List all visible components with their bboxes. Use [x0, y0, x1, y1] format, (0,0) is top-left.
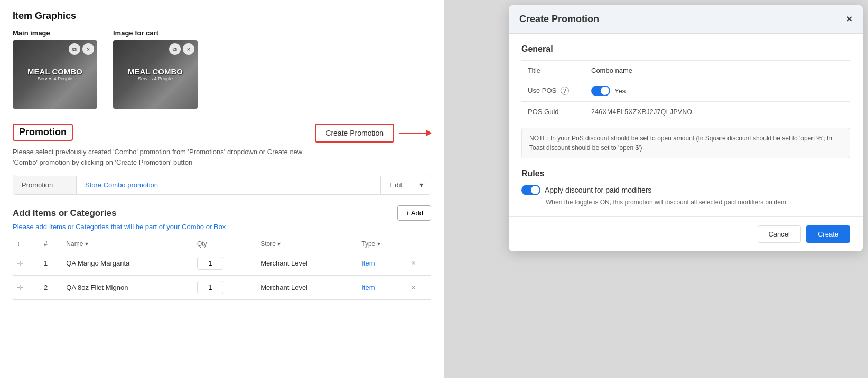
- remove-image-btn-1[interactable]: ×: [82, 43, 94, 55]
- modal-title: Create Promotion: [519, 14, 599, 25]
- row-store-2: Merchant Level: [256, 276, 357, 300]
- pos-guid-row: POS Guid 246XM4EL5XZXRJ2J7QLJPVNO: [521, 102, 850, 121]
- add-items-title: Add Items or Categories: [13, 208, 117, 219]
- arrow-right-icon: [399, 133, 431, 134]
- remove-row-1[interactable]: ×: [411, 259, 416, 268]
- pos-note: NOTE: In your PoS discount should be set…: [521, 128, 850, 158]
- modal-body: General Title Use POS ?: [509, 34, 863, 216]
- cancel-button[interactable]: Cancel: [758, 225, 801, 243]
- meal-combo-sub-1: Serves 4 People: [38, 76, 72, 81]
- use-pos-value-cell: Yes: [585, 80, 850, 102]
- title-row: Title: [521, 61, 850, 80]
- col-name: Name ▾: [62, 237, 193, 251]
- remove-image-btn-2[interactable]: ×: [183, 43, 194, 55]
- row-type-2: Item: [361, 284, 375, 291]
- use-pos-label: Use POS ?: [521, 80, 585, 102]
- col-drag: ↕: [13, 237, 40, 251]
- meal-combo-sub-2: Serves 4 People: [138, 76, 173, 81]
- drag-handle-1[interactable]: ✛: [17, 259, 23, 268]
- add-items-button[interactable]: + Add: [397, 205, 431, 221]
- copy-image-btn-1[interactable]: ⧉: [69, 43, 80, 55]
- create-promotion-modal: Create Promotion × General Title Use POS…: [509, 5, 863, 251]
- main-image-label: Main image: [13, 29, 97, 37]
- pos-guid-value-cell: 246XM4EL5XZXRJ2J7QLJPVNO: [585, 102, 850, 121]
- promotion-row-value: Store Combo promotion: [77, 176, 380, 194]
- col-store: Store ▾: [256, 237, 357, 251]
- table-row: ✛ 2 QA 8oz Filet Mignon Merchant Level I…: [13, 276, 431, 300]
- meal-combo-text-1: MEAL COMBO: [27, 68, 82, 77]
- remove-row-2[interactable]: ×: [411, 283, 416, 292]
- modal-overlay: Create Promotion × General Title Use POS…: [444, 0, 868, 378]
- use-pos-row: Use POS ? Yes: [521, 80, 850, 102]
- qty-input-2[interactable]: [197, 281, 223, 294]
- section-title: Item Graphics: [13, 11, 431, 22]
- table-row: ✛ 1 QA Mango Margarita Merchant Level It…: [13, 251, 431, 276]
- cart-image-thumb: MEAL COMBO Serves 4 People ⧉ ×: [113, 40, 198, 109]
- title-input[interactable]: [591, 67, 844, 74]
- row-type-1: Item: [361, 259, 375, 267]
- create-button[interactable]: Create: [806, 225, 850, 243]
- items-table: ↕ # Name ▾ Qty Store ▾ Type ▾ ✛ 1 QA Man…: [13, 237, 431, 300]
- promotion-row: Promotion Store Combo promotion Edit ▾: [13, 175, 431, 195]
- copy-image-btn-2[interactable]: ⧉: [169, 43, 181, 55]
- promotion-title: Promotion: [13, 124, 73, 141]
- add-items-description: Please add Items or Categories that will…: [13, 223, 431, 231]
- col-qty: Qty: [193, 237, 256, 251]
- create-promotion-button[interactable]: Create Promotion: [315, 124, 394, 143]
- rules-section: Rules Apply discount for paid modifiers …: [521, 169, 850, 206]
- row-name-1: QA Mango Margarita: [62, 251, 193, 276]
- rules-title: Rules: [521, 169, 850, 178]
- main-image-thumb: MEAL COMBO Serves 4 People ⧉ ×: [13, 40, 97, 109]
- modal-header: Create Promotion ×: [509, 5, 863, 34]
- apply-discount-toggle[interactable]: [521, 185, 540, 195]
- toggle-knob: [601, 87, 609, 95]
- pos-guid-label: POS Guid: [521, 102, 585, 121]
- pos-guid-value: 246XM4EL5XZXRJ2J7QLJPVNO: [591, 108, 692, 116]
- use-pos-toggle[interactable]: [591, 86, 610, 96]
- apply-discount-description: When the toggle is ON, this promotion wi…: [546, 199, 850, 206]
- row-num-1: 1: [40, 251, 62, 276]
- col-remove: [407, 237, 431, 251]
- row-num-2: 2: [40, 276, 62, 300]
- title-label: Title: [521, 61, 585, 80]
- promotion-description: Please select previously created 'Combo'…: [13, 147, 431, 167]
- col-num: #: [40, 237, 62, 251]
- use-pos-help-icon[interactable]: ?: [561, 87, 569, 95]
- modal-close-button[interactable]: ×: [846, 14, 852, 25]
- cart-image-label: Image for cart: [113, 29, 198, 37]
- meal-combo-text-2: MEAL COMBO: [128, 68, 183, 77]
- form-table: Title Use POS ?: [521, 60, 850, 121]
- rules-row: Apply discount for paid modifiers: [521, 185, 850, 195]
- row-name-2: QA 8oz Filet Mignon: [62, 276, 193, 300]
- use-pos-toggle-label: Yes: [614, 87, 626, 95]
- modal-footer: Cancel Create: [509, 216, 863, 251]
- qty-input-1[interactable]: [197, 257, 223, 270]
- promotion-row-label: Promotion: [13, 176, 77, 194]
- row-store-1: Merchant Level: [256, 251, 357, 276]
- drag-handle-2[interactable]: ✛: [17, 284, 23, 292]
- apply-discount-toggle-knob: [531, 186, 539, 194]
- general-section-title: General: [521, 44, 850, 54]
- title-value-cell: [585, 61, 850, 80]
- apply-discount-label: Apply discount for paid modifiers: [545, 186, 651, 194]
- col-type: Type ▾: [357, 237, 407, 251]
- edit-promotion-button[interactable]: Edit: [380, 176, 412, 194]
- promotion-dropdown-button[interactable]: ▾: [412, 175, 431, 194]
